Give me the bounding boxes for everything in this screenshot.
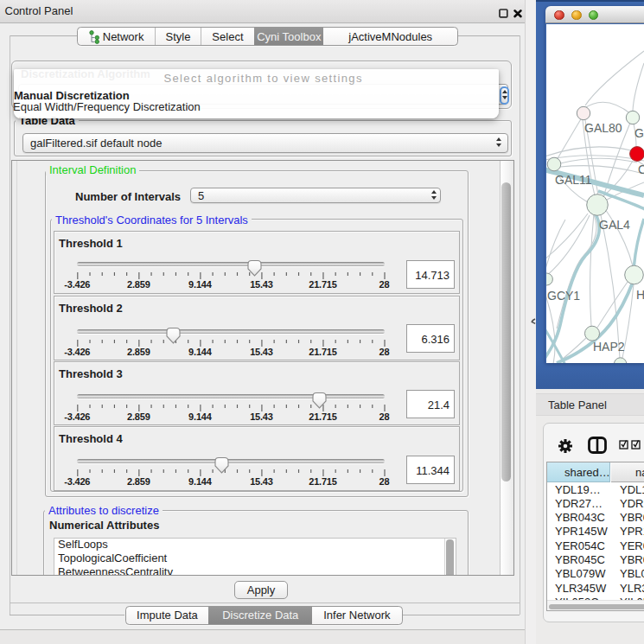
svg-text:CY: CY xyxy=(638,163,644,176)
svg-text:GAL80: GAL80 xyxy=(584,121,622,135)
svg-text:HAP2: HAP2 xyxy=(593,340,625,354)
svg-text:GA: GA xyxy=(634,126,644,140)
svg-text:HIS: HIS xyxy=(636,288,644,302)
svg-text:GAL4: GAL4 xyxy=(599,218,630,232)
svg-text:GAL11: GAL11 xyxy=(555,173,592,187)
svg-text:GCY1: GCY1 xyxy=(547,289,580,303)
